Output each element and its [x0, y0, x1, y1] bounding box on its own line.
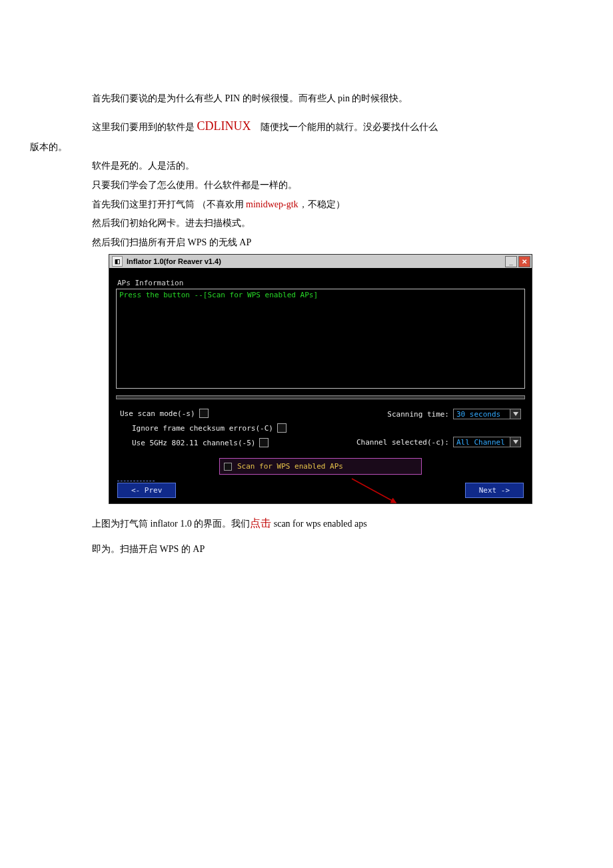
window-title: Inflator 1.0(for Reaver v1.4): [127, 257, 504, 265]
paragraph: 然后我们初始化网卡。进去扫描模式。: [73, 215, 540, 233]
paragraph: 版本的。: [30, 139, 540, 157]
text: 的界面。我们: [192, 519, 251, 529]
paragraph: 首先我们要说的是为什么有些人 PIN 的时候很慢。而有些人 pin 的时候很快。: [73, 90, 540, 108]
chevron-down-icon[interactable]: [510, 409, 521, 419]
paragraph: 只要我们学会了怎么使用。什么软件都是一样的。: [73, 177, 540, 195]
text: 然后我们扫描所有开启: [92, 237, 188, 247]
text: 这里我们要用到的软件是: [92, 122, 197, 132]
paragraph: 这里我们要用到的软件是 CDLINUX 随便找一个能用的就行。没必要找什么什么: [73, 115, 540, 137]
minimize-button[interactable]: _: [505, 256, 517, 267]
text: AP: [239, 237, 251, 247]
channel-value: All Channel: [453, 437, 510, 447]
options-panel: Use scan mode(-s) Ignore frame checksum …: [116, 409, 525, 451]
prev-label: <- Prev: [131, 486, 162, 495]
text: inflator 1.0: [151, 519, 192, 529]
channel-label: Channel selected(-c):: [356, 438, 449, 447]
text: pin: [338, 93, 350, 103]
paragraph: 软件是死的。人是活的。: [73, 157, 540, 175]
option-label: Use 5GHz 802.11 channels(-5): [132, 439, 255, 447]
next-button[interactable]: Next ->: [465, 483, 524, 498]
divider: [116, 395, 525, 399]
paragraph: 上图为打气筒 inflator 1.0 的界面。我们点击 scan for wp…: [73, 513, 540, 533]
text-red: minidwep-gtk: [246, 199, 299, 209]
channel-select[interactable]: All Channel: [453, 437, 521, 447]
svg-marker-0: [513, 412, 518, 416]
text: 首先我们这里打开打气筒 （不喜欢用: [92, 199, 246, 209]
text: WPS: [160, 544, 179, 554]
text-red: 点击: [250, 517, 271, 529]
text: 的时候很快。: [350, 93, 408, 103]
paragraph: 首先我们这里打开打气筒 （不喜欢用 minidwep-gtk，不稳定）: [73, 196, 540, 214]
channel-row: Channel selected(-c): All Channel: [356, 437, 521, 447]
next-label: Next ->: [479, 486, 510, 495]
text: WPS: [188, 237, 207, 247]
paragraph: 然后我们扫描所有开启 WPS 的无线 AP: [73, 234, 540, 252]
text: 然后我们初始化网卡。进去扫描模式。: [92, 218, 251, 228]
text: ，不稳定）: [299, 199, 345, 209]
text: 即为。扫描开启: [92, 544, 160, 554]
text: 软件是死的。人是活的。: [92, 161, 195, 171]
scanning-time-label: Scanning time:: [387, 410, 449, 419]
text: scan for wps enabled aps: [271, 519, 366, 529]
text: AP: [193, 544, 205, 554]
nav-row: <- Prev Next ->: [116, 483, 525, 498]
checkbox-icon[interactable]: [259, 438, 269, 447]
text: 版本的。: [30, 142, 67, 152]
text: 的时候很慢。而有些人: [240, 93, 338, 103]
paragraph: 即为。扫描开启 WPS 的 AP: [73, 541, 540, 559]
text: 只要我们学会了怎么使用。什么软件都是一样的。: [92, 180, 297, 190]
option-label: Use scan mode(-s): [120, 409, 195, 418]
option-scan-mode[interactable]: Use scan mode(-s): [120, 409, 320, 418]
checkbox-icon[interactable]: [277, 423, 287, 433]
scanning-time-select[interactable]: 30 seconds: [453, 409, 521, 419]
svg-line-2: [352, 479, 396, 503]
text: 的无线: [207, 237, 239, 247]
titlebar[interactable]: ◧ Inflator 1.0(for Reaver v1.4) _ ✕: [109, 255, 532, 268]
scanning-time-value: 30 seconds: [453, 409, 510, 419]
text: 上图为打气筒: [92, 519, 151, 529]
text: PIN: [225, 93, 241, 103]
checkbox-icon[interactable]: [199, 409, 209, 418]
text: 随便找一个能用的就行。没必要找什么什么: [251, 122, 438, 132]
window-body: APs Information Press the button --[Scan…: [109, 268, 532, 503]
text: 的: [179, 544, 193, 554]
prev-button[interactable]: <- Prev: [117, 483, 176, 498]
scan-button-label: Scan for WPS enabled APs: [237, 462, 343, 471]
scanning-time-row: Scanning time: 30 seconds: [387, 409, 521, 419]
option-ignore-checksum[interactable]: Ignore frame checksum errors(-C): [120, 423, 320, 433]
scan-for-wps-button[interactable]: Scan for WPS enabled APs: [219, 458, 422, 475]
option-5ghz[interactable]: Use 5GHz 802.11 channels(-5): [120, 438, 320, 447]
aps-list[interactable]: Press the button --[Scan for WPS enabled…: [116, 289, 525, 389]
app-icon: ◧: [112, 256, 123, 267]
option-label: Ignore frame checksum errors(-C): [132, 424, 273, 433]
aps-info-label: APs Information: [117, 279, 525, 287]
chevron-down-icon[interactable]: [510, 437, 521, 447]
text: 首先我们要说的是为什么有些人: [92, 93, 225, 103]
close-button[interactable]: ✕: [518, 256, 530, 267]
text-red: CDLINUX: [197, 119, 251, 133]
svg-marker-1: [513, 440, 518, 444]
inflator-window: ◧ Inflator 1.0(for Reaver v1.4) _ ✕ APs …: [109, 254, 532, 504]
checkbox-icon: [224, 463, 232, 471]
aps-hint: Press the button --[Scan for WPS enabled…: [119, 291, 318, 299]
